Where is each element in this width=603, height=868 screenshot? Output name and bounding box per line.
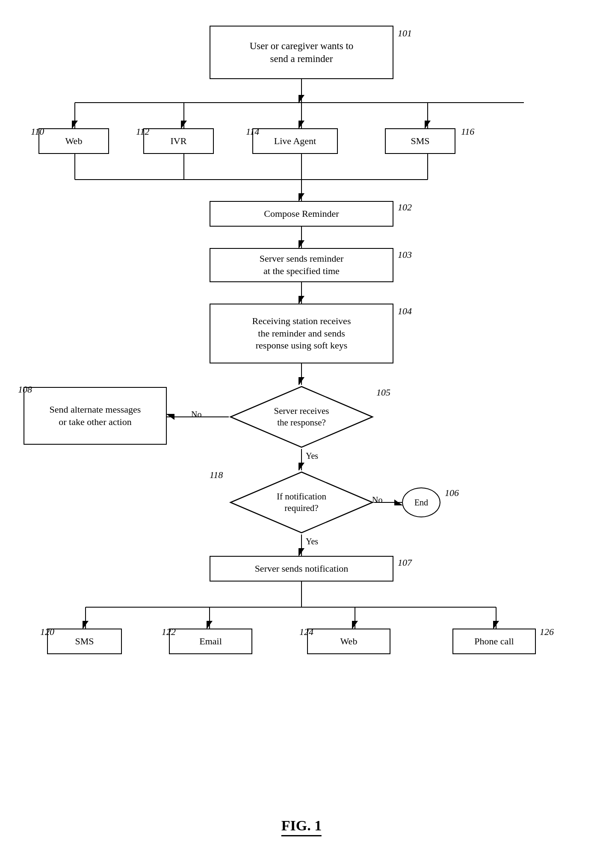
- node-104: Receiving station receivesthe reminder a…: [210, 304, 393, 363]
- node-112: IVR: [143, 128, 214, 154]
- node-116: SMS: [385, 128, 455, 154]
- node-124: Web: [307, 629, 390, 654]
- label-107: 107: [398, 557, 412, 568]
- label-yes1: Yes: [306, 451, 318, 461]
- node-107: Server sends notification: [210, 556, 393, 582]
- label-101: 101: [398, 28, 412, 39]
- label-120: 120: [40, 626, 54, 638]
- node-110: Web: [38, 128, 109, 154]
- node-126: Phone call: [452, 629, 536, 654]
- label-124: 124: [299, 626, 313, 638]
- label-103: 103: [398, 249, 412, 260]
- label-114: 114: [246, 126, 259, 137]
- label-105: 105: [376, 387, 390, 398]
- label-122: 122: [162, 626, 176, 638]
- label-no1: No: [191, 410, 201, 419]
- node-103: Server sends reminderat the specified ti…: [210, 248, 393, 282]
- label-102: 102: [398, 202, 412, 213]
- label-106: 106: [445, 487, 459, 499]
- label-104: 104: [398, 306, 412, 317]
- label-108: 108: [18, 384, 32, 395]
- label-118: 118: [210, 469, 223, 481]
- figure-caption: FIG. 1: [281, 818, 322, 834]
- label-126: 126: [540, 626, 554, 638]
- node-108: Send alternate messagesor take other act…: [24, 387, 167, 445]
- label-yes2: Yes: [306, 537, 318, 546]
- node-106: End: [402, 487, 440, 517]
- node-118: If notificationrequired?: [229, 470, 374, 534]
- node-120: SMS: [47, 629, 122, 654]
- label-116: 116: [461, 126, 474, 137]
- node-122: Email: [169, 629, 252, 654]
- diagram-container: User or caregiver wants tosend a reminde…: [0, 0, 603, 868]
- node-101: User or caregiver wants tosend a reminde…: [210, 26, 393, 79]
- label-110: 110: [31, 126, 44, 137]
- node-105: Server receivesthe response?: [229, 385, 374, 449]
- node-102: Compose Reminder: [210, 201, 393, 227]
- node-114: Live Agent: [252, 128, 338, 154]
- label-112: 112: [136, 126, 149, 137]
